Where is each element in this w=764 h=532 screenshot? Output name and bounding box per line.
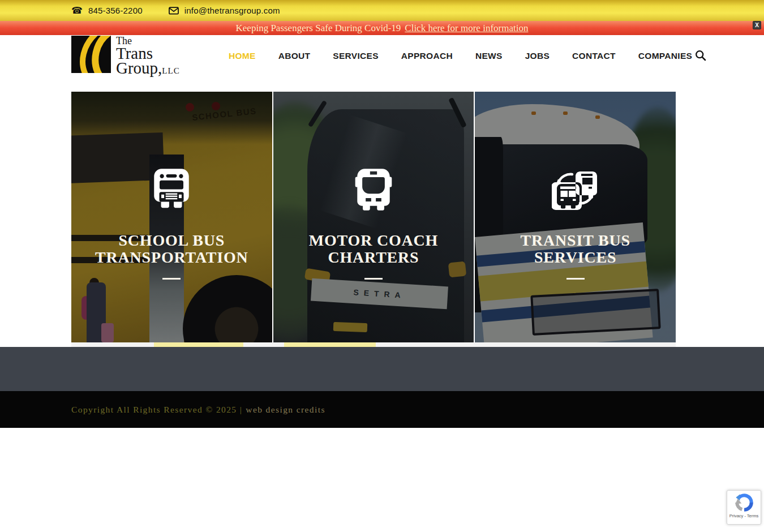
card-title: SCHOOL BUS TRANSPORTATION (95, 232, 248, 266)
covid-alert-banner: Keeping Passengers Safe During Covid-19C… (0, 21, 764, 35)
pre-footer-band (0, 347, 764, 391)
web-design-credits-link[interactable]: web design credits (246, 405, 325, 414)
search-button[interactable] (695, 50, 706, 61)
copyright-text: Copyright All Rights Reserved © 2025 | (71, 405, 242, 414)
logo-llc: LLC (162, 66, 179, 75)
nav-item-home[interactable]: HOME (229, 50, 256, 62)
title-underline (364, 278, 383, 280)
card-title: MOTOR COACH CHARTERS (309, 232, 438, 266)
logo-line-group: Group,LLC (116, 61, 180, 78)
nav-item-companies[interactable]: COMPANIES (638, 50, 692, 62)
nav-item-about[interactable]: ABOUT (278, 50, 311, 62)
nav-item-jobs[interactable]: JOBS (525, 50, 550, 62)
main-navigation: HOME ABOUT SERVICES APPROACH NEWS JOBS C… (229, 50, 692, 62)
card-title: TRANSIT BUS SERVICES (521, 232, 630, 266)
logo-text: The Trans Group,LLC (116, 36, 180, 78)
site-logo[interactable]: The Trans Group,LLC (71, 36, 180, 78)
alert-info-link[interactable]: Click here for more information (405, 23, 528, 33)
section-divider-accent (284, 342, 376, 347)
trans-group-homepage: { "topbar": { "phone": "845-356-2200", "… (0, 0, 764, 532)
card-content: MOTOR COACH CHARTERS (273, 92, 474, 342)
footer-copyright-bar: Copyright All Rights Reserved © 2025 |we… (0, 391, 764, 428)
alert-message: Keeping Passengers Safe During Covid-19 (236, 23, 401, 33)
search-icon (695, 50, 706, 61)
title-underline (162, 278, 181, 280)
card-content: TRANSIT BUS SERVICES (475, 92, 676, 342)
school-bus-icon (148, 165, 195, 212)
recaptcha-icon (735, 493, 754, 512)
services-hero: SCHOOL BUS SCHOOL BUS TRANSPORTATION (71, 92, 676, 342)
site-header: The Trans Group,LLC HOME ABOUT SERVICES … (0, 35, 764, 92)
nav-item-news[interactable]: NEWS (475, 50, 503, 62)
card-motor-coach-charters[interactable]: SETRA MOTOR COACH CHARTERS (273, 92, 474, 342)
card-content: SCHOOL BUS TRANSPORTATION (71, 92, 272, 342)
email-icon (169, 7, 179, 15)
nav-item-approach[interactable]: APPROACH (401, 50, 453, 62)
recaptcha-badge[interactable]: Privacy - Terms (727, 490, 761, 525)
title-underline (566, 278, 585, 280)
nav-item-contact[interactable]: CONTACT (572, 50, 616, 62)
recaptcha-privacy-terms[interactable]: Privacy - Terms (729, 513, 759, 518)
bus-transfer-icon (552, 165, 599, 212)
email-link[interactable]: info@thetransgroup.com (184, 6, 280, 15)
section-divider-accent (154, 342, 243, 347)
section-divider (71, 342, 676, 347)
phone-number-link[interactable]: 845-356-2200 (88, 6, 143, 15)
phone-icon: ☎ (71, 6, 83, 15)
nav-item-services[interactable]: SERVICES (333, 50, 379, 62)
card-transit-bus-services[interactable]: TRANSIT BUS SERVICES (475, 92, 676, 342)
card-school-bus-transportation[interactable]: SCHOOL BUS SCHOOL BUS TRANSPORTATION (71, 92, 272, 342)
logo-mark-icon (71, 36, 111, 73)
alert-close-button[interactable]: X (753, 21, 761, 29)
coach-front-icon (350, 165, 397, 212)
top-contact-bar: ☎ 845-356-2200 info@thetransgroup.com (0, 0, 764, 21)
